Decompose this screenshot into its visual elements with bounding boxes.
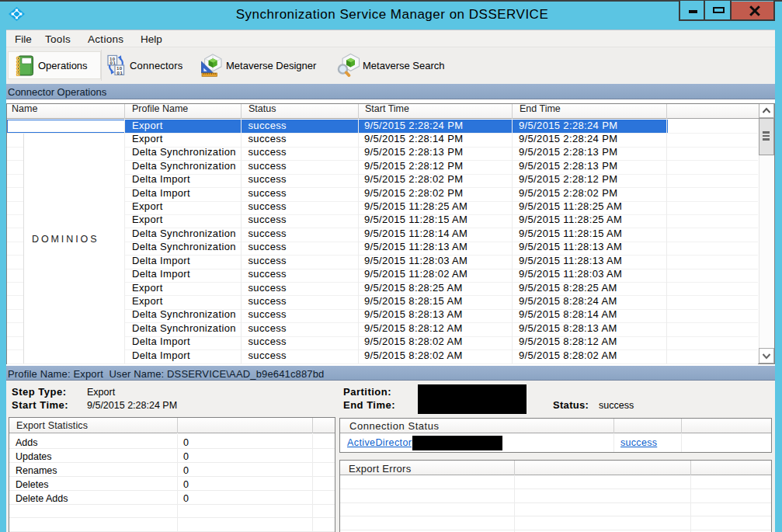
svg-text:01: 01 xyxy=(117,71,123,75)
svg-text:01: 01 xyxy=(110,61,116,65)
